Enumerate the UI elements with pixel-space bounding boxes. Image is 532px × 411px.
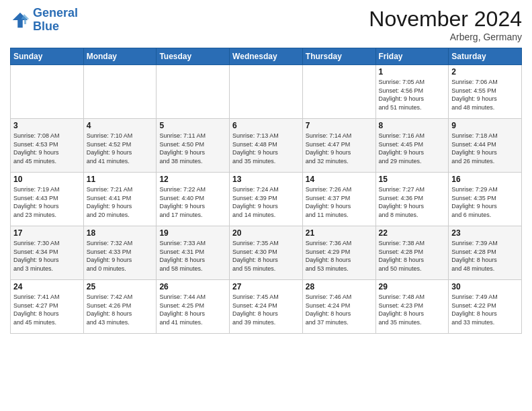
- day-info-4: Sunrise: 7:10 AM Sunset: 4:52 PM Dayligh…: [87, 132, 154, 165]
- day-info-3: Sunrise: 7:08 AM Sunset: 4:53 PM Dayligh…: [13, 132, 81, 165]
- calendar-cell-w1-d2: 5Sunrise: 7:11 AM Sunset: 4:50 PM Daylig…: [157, 119, 230, 173]
- calendar-cell-w1-d4: 7Sunrise: 7:14 AM Sunset: 4:47 PM Daylig…: [302, 119, 375, 173]
- calendar-cell-w4-d4: 28Sunrise: 7:46 AM Sunset: 4:24 PM Dayli…: [302, 280, 375, 334]
- calendar-cell-w1-d0: 3Sunrise: 7:08 AM Sunset: 4:53 PM Daylig…: [11, 119, 84, 173]
- day-number-14: 14: [306, 175, 373, 184]
- calendar-cell-w1-d3: 6Sunrise: 7:13 AM Sunset: 4:48 PM Daylig…: [230, 119, 303, 173]
- day-number-24: 24: [13, 282, 81, 291]
- header-sunday: Sunday: [11, 48, 84, 65]
- day-number-25: 25: [87, 282, 154, 291]
- day-number-7: 7: [306, 121, 373, 130]
- page: General Blue November 2024 Arberg, Germa…: [0, 0, 532, 411]
- calendar-cell-w0-d1: [83, 65, 157, 119]
- day-number-29: 29: [379, 282, 446, 291]
- day-info-19: Sunrise: 7:33 AM Sunset: 4:31 PM Dayligh…: [159, 239, 226, 273]
- calendar-cell-w2-d0: 10Sunrise: 7:19 AM Sunset: 4:43 PM Dayli…: [11, 173, 84, 226]
- day-info-10: Sunrise: 7:19 AM Sunset: 4:43 PM Dayligh…: [13, 185, 81, 219]
- day-number-26: 26: [159, 282, 226, 291]
- day-number-10: 10: [13, 175, 81, 184]
- day-number-6: 6: [232, 121, 300, 130]
- calendar-cell-w1-d1: 4Sunrise: 7:10 AM Sunset: 4:52 PM Daylig…: [83, 119, 157, 173]
- calendar-cell-w2-d6: 16Sunrise: 7:29 AM Sunset: 4:35 PM Dayli…: [449, 173, 522, 226]
- day-number-18: 18: [87, 228, 154, 238]
- day-info-28: Sunrise: 7:46 AM Sunset: 4:24 PM Dayligh…: [306, 293, 373, 326]
- day-number-16: 16: [451, 175, 519, 184]
- day-info-13: Sunrise: 7:24 AM Sunset: 4:39 PM Dayligh…: [232, 185, 300, 219]
- header-thursday: Thursday: [302, 48, 375, 65]
- day-info-11: Sunrise: 7:21 AM Sunset: 4:41 PM Dayligh…: [87, 185, 154, 219]
- day-number-2: 2: [451, 67, 519, 77]
- day-number-19: 19: [159, 228, 226, 238]
- day-info-22: Sunrise: 7:38 AM Sunset: 4:28 PM Dayligh…: [379, 239, 446, 273]
- calendar-cell-w3-d1: 18Sunrise: 7:32 AM Sunset: 4:33 PM Dayli…: [83, 226, 157, 280]
- calendar-cell-w2-d2: 12Sunrise: 7:22 AM Sunset: 4:40 PM Dayli…: [157, 173, 230, 226]
- month-title: November 2024: [369, 7, 522, 32]
- calendar-cell-w2-d3: 13Sunrise: 7:24 AM Sunset: 4:39 PM Dayli…: [230, 173, 303, 226]
- calendar-cell-w2-d1: 11Sunrise: 7:21 AM Sunset: 4:41 PM Dayli…: [83, 173, 157, 226]
- header-tuesday: Tuesday: [157, 48, 230, 65]
- day-info-16: Sunrise: 7:29 AM Sunset: 4:35 PM Dayligh…: [451, 185, 519, 219]
- calendar-header-row: Sunday Monday Tuesday Wednesday Thursday…: [11, 48, 522, 65]
- day-number-15: 15: [379, 175, 446, 184]
- day-number-20: 20: [232, 228, 300, 238]
- calendar-cell-w4-d2: 26Sunrise: 7:44 AM Sunset: 4:25 PM Dayli…: [157, 280, 230, 334]
- day-info-5: Sunrise: 7:11 AM Sunset: 4:50 PM Dayligh…: [159, 132, 226, 165]
- day-info-30: Sunrise: 7:49 AM Sunset: 4:22 PM Dayligh…: [451, 293, 519, 326]
- calendar-cell-w4-d3: 27Sunrise: 7:45 AM Sunset: 4:24 PM Dayli…: [230, 280, 303, 334]
- week-row-4: 24Sunrise: 7:41 AM Sunset: 4:27 PM Dayli…: [11, 280, 522, 334]
- day-info-2: Sunrise: 7:06 AM Sunset: 4:55 PM Dayligh…: [451, 78, 519, 111]
- header-wednesday: Wednesday: [230, 48, 303, 65]
- day-number-11: 11: [87, 175, 154, 184]
- week-row-0: 1Sunrise: 7:05 AM Sunset: 4:56 PM Daylig…: [11, 65, 522, 119]
- logo-icon: [10, 10, 30, 30]
- calendar-cell-w2-d4: 14Sunrise: 7:26 AM Sunset: 4:37 PM Dayli…: [302, 173, 375, 226]
- logo: General Blue: [10, 7, 78, 34]
- week-row-1: 3Sunrise: 7:08 AM Sunset: 4:53 PM Daylig…: [11, 119, 522, 173]
- header-monday: Monday: [83, 48, 157, 65]
- day-info-24: Sunrise: 7:41 AM Sunset: 4:27 PM Dayligh…: [13, 293, 81, 326]
- calendar-cell-w3-d3: 20Sunrise: 7:35 AM Sunset: 4:30 PM Dayli…: [230, 226, 303, 280]
- calendar-cell-w0-d3: [230, 65, 303, 119]
- calendar-cell-w1-d6: 9Sunrise: 7:18 AM Sunset: 4:44 PM Daylig…: [449, 119, 522, 173]
- day-info-29: Sunrise: 7:48 AM Sunset: 4:23 PM Dayligh…: [379, 293, 446, 326]
- day-info-23: Sunrise: 7:39 AM Sunset: 4:28 PM Dayligh…: [451, 239, 519, 273]
- day-number-12: 12: [159, 175, 226, 184]
- calendar-cell-w4-d1: 25Sunrise: 7:42 AM Sunset: 4:26 PM Dayli…: [83, 280, 157, 334]
- calendar-cell-w2-d5: 15Sunrise: 7:27 AM Sunset: 4:36 PM Dayli…: [375, 173, 449, 226]
- calendar-cell-w0-d0: [11, 65, 84, 119]
- day-info-7: Sunrise: 7:14 AM Sunset: 4:47 PM Dayligh…: [306, 132, 373, 165]
- day-info-1: Sunrise: 7:05 AM Sunset: 4:56 PM Dayligh…: [379, 78, 446, 111]
- day-number-4: 4: [87, 121, 154, 130]
- day-number-27: 27: [232, 282, 300, 291]
- day-number-23: 23: [451, 228, 519, 238]
- day-number-13: 13: [232, 175, 300, 184]
- calendar-cell-w3-d4: 21Sunrise: 7:36 AM Sunset: 4:29 PM Dayli…: [302, 226, 375, 280]
- day-info-25: Sunrise: 7:42 AM Sunset: 4:26 PM Dayligh…: [87, 293, 154, 326]
- day-number-3: 3: [13, 121, 81, 130]
- calendar-cell-w0-d4: [302, 65, 375, 119]
- day-info-26: Sunrise: 7:44 AM Sunset: 4:25 PM Dayligh…: [159, 293, 226, 326]
- day-info-21: Sunrise: 7:36 AM Sunset: 4:29 PM Dayligh…: [306, 239, 373, 273]
- week-row-3: 17Sunrise: 7:30 AM Sunset: 4:34 PM Dayli…: [11, 226, 522, 280]
- day-number-1: 1: [379, 67, 446, 77]
- calendar-cell-w1-d5: 8Sunrise: 7:16 AM Sunset: 4:45 PM Daylig…: [375, 119, 449, 173]
- calendar-cell-w3-d6: 23Sunrise: 7:39 AM Sunset: 4:28 PM Dayli…: [449, 226, 522, 280]
- calendar-cell-w4-d6: 30Sunrise: 7:49 AM Sunset: 4:22 PM Dayli…: [449, 280, 522, 334]
- day-number-8: 8: [379, 121, 446, 130]
- calendar-cell-w0-d2: [157, 65, 230, 119]
- header: General Blue November 2024 Arberg, Germa…: [10, 7, 522, 42]
- day-info-6: Sunrise: 7:13 AM Sunset: 4:48 PM Dayligh…: [232, 132, 300, 165]
- day-info-18: Sunrise: 7:32 AM Sunset: 4:33 PM Dayligh…: [87, 239, 154, 273]
- day-number-5: 5: [159, 121, 226, 130]
- day-info-15: Sunrise: 7:27 AM Sunset: 4:36 PM Dayligh…: [379, 185, 446, 219]
- calendar-cell-w4-d0: 24Sunrise: 7:41 AM Sunset: 4:27 PM Dayli…: [11, 280, 84, 334]
- day-info-14: Sunrise: 7:26 AM Sunset: 4:37 PM Dayligh…: [306, 185, 373, 219]
- location: Arberg, Germany: [369, 32, 522, 42]
- calendar-cell-w3-d5: 22Sunrise: 7:38 AM Sunset: 4:28 PM Dayli…: [375, 226, 449, 280]
- week-row-2: 10Sunrise: 7:19 AM Sunset: 4:43 PM Dayli…: [11, 173, 522, 226]
- calendar-cell-w3-d0: 17Sunrise: 7:30 AM Sunset: 4:34 PM Dayli…: [11, 226, 84, 280]
- day-info-27: Sunrise: 7:45 AM Sunset: 4:24 PM Dayligh…: [232, 293, 300, 326]
- day-info-20: Sunrise: 7:35 AM Sunset: 4:30 PM Dayligh…: [232, 239, 300, 273]
- calendar-cell-w0-d5: 1Sunrise: 7:05 AM Sunset: 4:56 PM Daylig…: [375, 65, 449, 119]
- header-saturday: Saturday: [449, 48, 522, 65]
